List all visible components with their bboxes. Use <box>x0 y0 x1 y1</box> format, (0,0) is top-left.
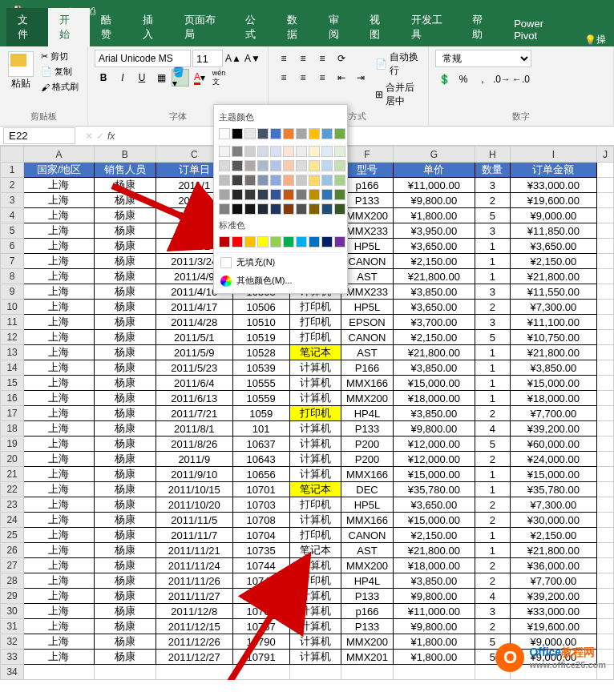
increase-font-icon[interactable]: A▲ <box>224 50 242 67</box>
cell[interactable]: 计算机 <box>289 619 341 634</box>
cell[interactable]: 2011/11/27 <box>156 589 232 604</box>
cell[interactable]: 杨康 <box>94 376 156 391</box>
cell[interactable]: 打印机 <box>289 573 341 589</box>
cell[interactable]: 上海 <box>24 315 95 330</box>
cell[interactable]: 计算机 <box>289 513 341 528</box>
color-swatch[interactable] <box>219 175 230 186</box>
cell[interactable]: 打印机 <box>289 330 341 345</box>
cell[interactable]: ¥3,850.00 <box>393 406 475 421</box>
cell[interactable]: MMX200 <box>341 391 394 406</box>
cell[interactable]: 2011/7/21 <box>156 406 232 421</box>
row-header[interactable]: 22 <box>1 482 24 497</box>
cell[interactable]: 上海 <box>24 360 95 376</box>
cell[interactable]: ¥18,000.00 <box>393 558 475 573</box>
cell[interactable]: AST <box>341 269 394 284</box>
color-swatch[interactable] <box>296 128 307 139</box>
cell[interactable] <box>156 665 232 680</box>
cell[interactable]: 10735 <box>232 543 289 558</box>
cell[interactable]: 杨康 <box>94 558 156 573</box>
cell[interactable]: ¥21,800.00 <box>510 269 596 284</box>
color-swatch[interactable] <box>257 203 269 215</box>
color-swatch[interactable] <box>321 146 333 157</box>
decrease-indent-icon[interactable]: ⇤ <box>333 69 350 86</box>
row-header[interactable]: 25 <box>1 528 24 543</box>
enter-formula-icon[interactable]: ✓ <box>96 131 104 142</box>
tab-view[interactable]: 视图 <box>358 8 400 46</box>
header-cell[interactable]: 销售人员 <box>94 163 156 178</box>
col-header[interactable]: F <box>341 147 394 163</box>
cell[interactable]: 10528 <box>232 345 289 360</box>
tab-file[interactable]: 文件 <box>6 8 48 46</box>
cell[interactable]: 10539 <box>232 360 289 376</box>
row-header[interactable]: 26 <box>1 543 24 558</box>
cell[interactable]: AST <box>341 345 394 360</box>
cell[interactable]: P133 <box>341 421 394 436</box>
align-bottom-icon[interactable]: ≡ <box>313 50 331 67</box>
color-swatch[interactable] <box>257 236 269 247</box>
cell[interactable]: 10703 <box>232 497 289 513</box>
cell[interactable]: ¥3,850.00 <box>393 360 475 376</box>
row-header[interactable]: 8 <box>1 269 24 284</box>
color-swatch[interactable] <box>334 146 345 157</box>
tab-dev[interactable]: 开发工具 <box>400 8 461 46</box>
cell[interactable]: 杨康 <box>94 406 156 421</box>
color-swatch[interactable] <box>257 160 269 171</box>
color-swatch[interactable] <box>283 189 294 200</box>
color-swatch[interactable] <box>270 175 281 186</box>
cell[interactable]: 10637 <box>232 436 289 452</box>
color-swatch[interactable] <box>232 128 243 139</box>
cell[interactable]: ¥15,000.00 <box>393 376 475 391</box>
row-header[interactable]: 12 <box>1 330 24 345</box>
color-swatch[interactable] <box>219 236 230 247</box>
cell[interactable]: 4 <box>475 421 510 436</box>
header-cell[interactable]: 型号 <box>341 163 394 178</box>
cell[interactable]: HP5L <box>341 497 394 513</box>
no-fill-option[interactable]: 无填充(N) <box>217 253 344 272</box>
color-swatch[interactable] <box>283 128 294 139</box>
cell[interactable]: 2011/10/15 <box>156 482 232 497</box>
cell[interactable]: 杨康 <box>94 513 156 528</box>
cell[interactable]: ¥3,650.00 <box>393 497 475 513</box>
cell[interactable]: 2011/9/10 <box>156 467 232 482</box>
cell[interactable]: 杨康 <box>94 482 156 497</box>
cell[interactable]: 1 <box>475 239 510 254</box>
cell[interactable]: 1 <box>475 269 510 284</box>
cell[interactable]: 上海 <box>24 604 95 619</box>
cell[interactable]: 打印机 <box>289 528 341 543</box>
cell[interactable]: ¥2,150.00 <box>393 330 475 345</box>
row-header[interactable]: 2 <box>1 178 24 193</box>
cell[interactable]: 杨康 <box>94 223 156 239</box>
cell[interactable]: ¥21,800.00 <box>393 543 475 558</box>
cell[interactable]: 上海 <box>24 178 95 193</box>
cell[interactable]: 计算机 <box>289 376 341 391</box>
cell[interactable]: 计算机 <box>289 421 341 436</box>
align-left-icon[interactable]: ≡ <box>275 69 293 86</box>
cell[interactable]: 10757 <box>232 619 289 634</box>
tab-help[interactable]: 帮助 <box>461 8 503 46</box>
percent-icon[interactable]: % <box>454 70 472 88</box>
color-swatch[interactable] <box>244 175 256 186</box>
cell[interactable]: ¥3,650.00 <box>510 239 596 254</box>
color-swatch[interactable] <box>244 146 256 157</box>
cell[interactable]: 上海 <box>24 619 95 634</box>
align-middle-icon[interactable]: ≡ <box>294 50 312 67</box>
cell[interactable]: DEC <box>341 482 394 497</box>
cell[interactable]: 计算机 <box>289 589 341 604</box>
cell[interactable]: ¥11,100.00 <box>510 315 596 330</box>
color-swatch[interactable] <box>244 203 256 215</box>
cell[interactable]: ¥2,150.00 <box>393 528 475 543</box>
cell[interactable]: 杨康 <box>94 436 156 452</box>
row-header[interactable]: 31 <box>1 619 24 634</box>
cell[interactable]: ¥10,750.00 <box>510 330 596 345</box>
cell[interactable]: ¥21,800.00 <box>510 543 596 558</box>
cell[interactable]: 上海 <box>24 513 95 528</box>
row-header[interactable]: 7 <box>1 254 24 269</box>
row-header[interactable]: 21 <box>1 467 24 482</box>
row-header[interactable]: 5 <box>1 223 24 239</box>
decrease-decimal-icon[interactable]: ←.0 <box>512 70 530 88</box>
cell[interactable]: 上海 <box>24 269 95 284</box>
cell[interactable]: AST <box>341 543 394 558</box>
select-all-corner[interactable] <box>1 147 24 163</box>
cell[interactable]: ¥19,600.00 <box>510 193 596 208</box>
col-header[interactable]: B <box>94 147 156 163</box>
